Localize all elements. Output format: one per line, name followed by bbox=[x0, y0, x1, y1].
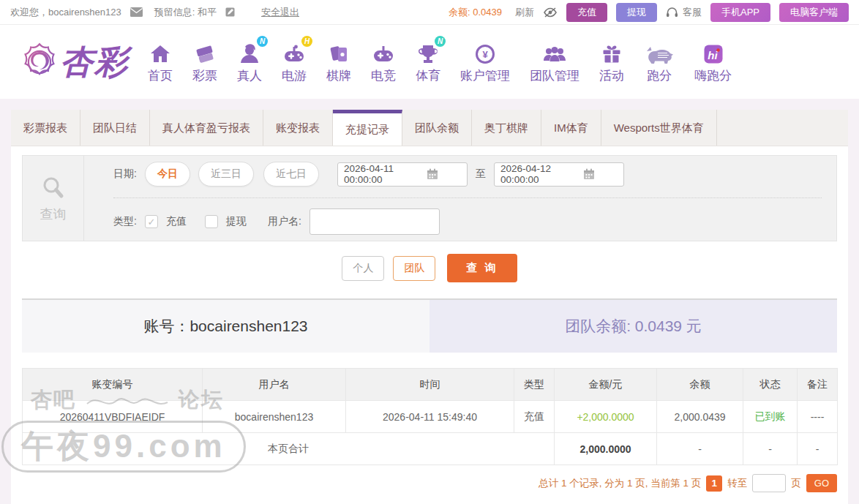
tab-team-daily[interactable]: 团队日结 bbox=[80, 110, 150, 146]
go-button[interactable]: GO bbox=[806, 474, 837, 492]
svg-text:hi: hi bbox=[708, 48, 718, 61]
range-3days-pill[interactable]: 近三日 bbox=[198, 162, 254, 187]
mobile-app-button[interactable]: 手机APP bbox=[710, 3, 770, 22]
nav-item-esports[interactable]: 电竞 bbox=[371, 40, 396, 84]
tab-team-balance[interactable]: 团队余额 bbox=[402, 110, 472, 146]
personal-button[interactable]: 个人 bbox=[342, 256, 384, 281]
calendar-icon[interactable] bbox=[405, 168, 461, 180]
tab-deposit-withdraw-records[interactable]: 充提记录 bbox=[333, 110, 402, 146]
date-label: 日期: bbox=[113, 168, 137, 181]
cell-status: 已到账 bbox=[743, 401, 798, 433]
eye-slash-icon[interactable] bbox=[543, 7, 558, 18]
filter-panel: 查询 日期: 今日 近三日 近七日 2026-04-11 00:00:00 至 … bbox=[22, 155, 837, 241]
table-header-row: 账变编号 用户名 时间 类型 金额/元 余额 状态 备注 bbox=[23, 369, 838, 401]
tab-aoding-chess[interactable]: 奥丁棋牌 bbox=[472, 110, 541, 146]
nav-label: 体育 bbox=[416, 67, 440, 84]
nav-item-cards[interactable]: 棋牌 bbox=[326, 40, 351, 84]
badge-n: N bbox=[435, 36, 446, 47]
nav-item-sports[interactable]: N 体育 bbox=[416, 40, 440, 84]
filter-date-row: 日期: 今日 近三日 近七日 2026-04-11 00:00:00 至 202… bbox=[113, 157, 822, 198]
nav-item-home[interactable]: 首页 bbox=[148, 40, 173, 84]
tab-lottery-report[interactable]: 彩票报表 bbox=[11, 110, 80, 146]
tab-wesports[interactable]: Wesports世界体育 bbox=[601, 110, 717, 146]
col-header-type: 类型 bbox=[514, 369, 555, 401]
cell-username: bocairenshen123 bbox=[203, 401, 346, 433]
rhino-icon bbox=[644, 40, 675, 65]
filter-type-row: 类型: ✓ 充值 提现 用户名: bbox=[113, 198, 822, 239]
tab-im-sports[interactable]: IM体育 bbox=[541, 110, 601, 146]
account-name: 账号：bocairenshen123 bbox=[22, 300, 430, 353]
summary-status: - bbox=[743, 433, 798, 465]
date-to-input[interactable]: 2026-04-12 00:00:00 bbox=[494, 162, 624, 187]
date-to-value: 2026-04-12 00:00:00 bbox=[500, 163, 557, 185]
nav-item-hipaofen[interactable]: hi 嗨跑分 bbox=[694, 40, 732, 84]
nav-label: 活动 bbox=[599, 67, 624, 84]
balance-text: 余额: 0.0439 bbox=[449, 6, 502, 19]
nav-items: 首页 彩票 N 真人 H 电游 棋牌 bbox=[148, 40, 732, 84]
badge-h: H bbox=[301, 36, 312, 47]
cell-type: 充值 bbox=[514, 401, 555, 433]
range-today-pill[interactable]: 今日 bbox=[145, 162, 190, 187]
nav-item-paofen[interactable]: 跑分 bbox=[644, 40, 675, 84]
recharge-checkbox-label: 充值 bbox=[166, 215, 187, 228]
gift-icon bbox=[601, 40, 623, 65]
range-7days-pill[interactable]: 近七日 bbox=[263, 162, 319, 187]
service-link[interactable]: 客服 bbox=[683, 6, 702, 19]
goto-page-input[interactable] bbox=[752, 474, 786, 492]
nav-label: 嗨跑分 bbox=[694, 67, 732, 84]
pagination-bar: 总计 1 个记录, 分为 1 页, 当前第 1 页 1 转至 页 GO bbox=[22, 474, 837, 492]
nav-label: 棋牌 bbox=[326, 67, 351, 84]
summary-label: 本页合计 bbox=[23, 433, 555, 465]
cell-time: 2026-04-11 15:49:40 bbox=[346, 401, 514, 433]
col-header-remark: 备注 bbox=[798, 369, 838, 401]
nav-label: 电竞 bbox=[371, 67, 396, 84]
logout-link[interactable]: 安全退出 bbox=[261, 6, 299, 19]
site-logo[interactable]: 杏彩 bbox=[19, 40, 129, 84]
withdraw-button[interactable]: 提现 bbox=[616, 3, 657, 22]
date-from-input[interactable]: 2026-04-11 00:00:00 bbox=[337, 162, 468, 187]
col-header-status: 状态 bbox=[743, 369, 798, 401]
welcome-text: 欢迎您，bocairenshen123 bbox=[10, 6, 121, 19]
nav-item-activity[interactable]: 活动 bbox=[599, 40, 624, 84]
action-buttons-row: 个人 团队 查 询 bbox=[11, 241, 848, 288]
person-icon: N bbox=[238, 40, 261, 65]
date-from-value: 2026-04-11 00:00:00 bbox=[344, 163, 400, 185]
nav-item-account-mgmt[interactable]: ¥ 账户管理 bbox=[460, 40, 510, 84]
tab-account-change[interactable]: 账变报表 bbox=[263, 110, 333, 146]
filter-fields: 日期: 今日 近三日 近七日 2026-04-11 00:00:00 至 202… bbox=[84, 156, 836, 241]
nav-item-egames[interactable]: H 电游 bbox=[282, 40, 307, 84]
report-tabs: 彩票报表 团队日结 真人体育盈亏报表 账变报表 充提记录 团队余额 奥丁棋牌 I… bbox=[11, 110, 848, 146]
query-button[interactable]: 查 询 bbox=[447, 254, 517, 282]
summary-remark: - bbox=[798, 433, 838, 465]
esports-gamepad-icon bbox=[372, 40, 395, 65]
recharge-button[interactable]: 充值 bbox=[566, 3, 607, 22]
table-summary-row: 本页合计 2,000.0000 - - - bbox=[23, 433, 838, 465]
nav-item-lottery[interactable]: 彩票 bbox=[192, 40, 217, 84]
nav-label: 彩票 bbox=[192, 67, 217, 84]
col-header-change-id: 账变编号 bbox=[23, 369, 203, 401]
tab-live-sports-pnl[interactable]: 真人体育盈亏报表 bbox=[150, 110, 263, 146]
search-side-label: 查询 bbox=[40, 206, 67, 223]
account-summary-strip: 账号：bocairenshen123 团队余额: 0.0439 元 bbox=[22, 298, 837, 353]
search-side-button[interactable]: 查询 bbox=[23, 156, 84, 241]
username-input[interactable] bbox=[310, 208, 440, 235]
recharge-checkbox[interactable]: ✓ bbox=[145, 215, 158, 228]
pc-client-button[interactable]: 电脑客户端 bbox=[779, 3, 849, 22]
brand-name: 杏彩 bbox=[60, 40, 129, 84]
col-header-balance: 余额 bbox=[657, 369, 743, 401]
edit-icon[interactable] bbox=[225, 7, 235, 17]
envelope-icon[interactable] bbox=[130, 7, 143, 17]
hi-app-icon: hi bbox=[702, 40, 724, 65]
refresh-link[interactable]: 刷新 bbox=[515, 6, 534, 19]
team-button[interactable]: 团队 bbox=[393, 256, 435, 281]
nav-item-team-mgmt[interactable]: 团队管理 bbox=[530, 40, 579, 84]
col-header-amount: 金额/元 bbox=[555, 369, 657, 401]
nav-item-live[interactable]: N 真人 bbox=[237, 40, 262, 84]
svg-text:¥: ¥ bbox=[482, 49, 488, 60]
current-page-button[interactable]: 1 bbox=[706, 475, 722, 492]
calendar-icon[interactable] bbox=[561, 168, 618, 180]
content-card: 彩票报表 团队日结 真人体育盈亏报表 账变报表 充提记录 团队余额 奥丁棋牌 I… bbox=[11, 110, 848, 504]
withdraw-checkbox[interactable] bbox=[205, 215, 218, 228]
magnifier-icon bbox=[40, 174, 67, 202]
headset-icon bbox=[666, 7, 678, 18]
